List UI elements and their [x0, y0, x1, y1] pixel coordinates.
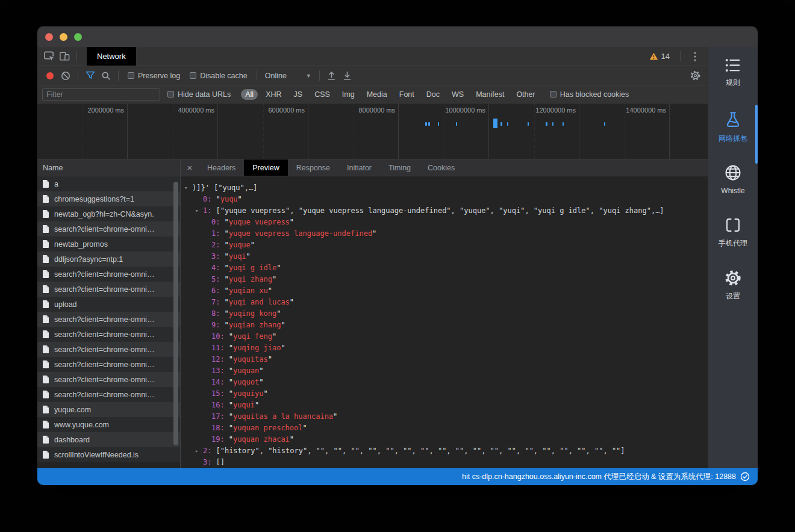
preview-line[interactable]: ▾1:["yuque vuepress", "yuque vuepress la…: [181, 205, 708, 217]
request-row[interactable]: search?client=chrome-omni…: [37, 267, 180, 282]
detail-tab[interactable]: Initiator: [338, 159, 380, 176]
preview-line[interactable]: 0:"yuqu": [181, 194, 708, 205]
preview-line[interactable]: 1:"yuque vuepress language-undefined": [181, 228, 708, 240]
preserve-log-checkbox[interactable]: [128, 72, 134, 79]
resource-filter-chip[interactable]: JS: [290, 89, 307, 100]
preview-json-tree[interactable]: ▾)]}' ["yuqu",…] 0:"yuqu" ▾1:["yuque vue…: [181, 176, 708, 468]
filter-input[interactable]: [42, 88, 160, 101]
preview-line[interactable]: 8:"yuqing kong": [181, 308, 708, 320]
request-row[interactable]: search?client=chrome-omni…: [37, 357, 180, 372]
preview-line[interactable]: 4:"yuqi g idle": [181, 262, 708, 274]
detail-tab[interactable]: Response: [288, 159, 338, 176]
more-options-button[interactable]: [687, 49, 703, 64]
preview-line[interactable]: 0:"yuque vuepress": [181, 217, 708, 228]
resource-filter-chip[interactable]: Font: [395, 89, 419, 100]
request-row[interactable]: search?client=chrome-omni…: [37, 327, 180, 342]
request-row[interactable]: newtab_promos: [37, 237, 180, 252]
preview-line[interactable]: 14:"yuquot": [181, 377, 708, 388]
request-row[interactable]: chromesuggestions?t=1: [37, 191, 180, 206]
sidebar-item-settings[interactable]: 设置: [708, 270, 758, 314]
close-window-button[interactable]: [45, 33, 53, 41]
preview-line[interactable]: 17:"yuquitas a la huancaina": [181, 411, 708, 422]
record-network-log-button[interactable]: [42, 69, 58, 83]
export-har-button[interactable]: [340, 69, 355, 83]
request-row[interactable]: search?client=chrome-omni…: [37, 342, 180, 357]
expand-arrow-icon[interactable]: ▾: [184, 182, 192, 194]
request-row[interactable]: newtab_ogb?hl=zh-CN&asyn.: [37, 206, 180, 221]
preview-line[interactable]: 3:"yuqi": [181, 251, 708, 262]
preview-line[interactable]: 15:"yuquiyu": [181, 388, 708, 400]
zoom-window-button[interactable]: [74, 33, 82, 41]
request-row[interactable]: a: [37, 176, 180, 191]
network-settings-button[interactable]: [687, 69, 703, 83]
request-row[interactable]: scrollIntoViewIfNeeded.is: [37, 447, 180, 462]
network-overview-timeline[interactable]: 2000000 ms 4000000 ms 6000000 ms 8000000…: [37, 104, 708, 159]
has-blocked-cookies-checkbox[interactable]: [550, 91, 556, 97]
sidebar-item-phone-proxy[interactable]: 手机代理: [708, 217, 758, 261]
preview-line[interactable]: 18:"yuquan preschool": [181, 422, 708, 434]
clear-network-log-button[interactable]: [58, 69, 73, 83]
sidebar-item-whistle[interactable]: Whistle: [708, 164, 758, 208]
resource-filter-chip[interactable]: All: [241, 89, 258, 100]
has-blocked-cookies-checkbox-group[interactable]: Has blocked cookies: [550, 90, 629, 99]
preview-line[interactable]: 13:"yuquan": [181, 365, 708, 377]
preserve-log-checkbox-group[interactable]: Preserve log: [128, 72, 180, 80]
request-row[interactable]: yuque.com: [37, 402, 180, 417]
preview-line[interactable]: 3:[]: [181, 457, 708, 468]
close-detail-button[interactable]: ×: [181, 159, 199, 176]
expand-arrow-icon[interactable]: ▾: [195, 205, 203, 217]
detail-tab[interactable]: Cookies: [419, 159, 463, 176]
disable-cache-checkbox[interactable]: [190, 72, 196, 79]
request-row[interactable]: search?client=chrome-omni…: [37, 282, 180, 297]
request-row[interactable]: www.yuque.com: [37, 417, 180, 432]
preview-line[interactable]: 7:"yuqi and lucas": [181, 297, 708, 308]
request-row[interactable]: search?client=chrome-omni…: [37, 221, 180, 237]
preview-line[interactable]: 12:"yuquitas": [181, 354, 708, 365]
resource-filter-chip[interactable]: WS: [447, 89, 468, 100]
request-row[interactable]: ddljson?async=ntp:1: [37, 252, 180, 267]
request-row[interactable]: search?client=chrome-omni…: [37, 312, 180, 327]
disable-cache-checkbox-group[interactable]: Disable cache: [190, 72, 248, 80]
minimize-window-button[interactable]: [60, 33, 67, 41]
preview-line[interactable]: 9:"yuqian zhang": [181, 320, 708, 331]
resource-filter-chip[interactable]: Manifest: [472, 89, 508, 100]
preview-line[interactable]: 19:"yuquan zhacai": [181, 434, 708, 445]
issues-warning-badge[interactable]: 14: [646, 52, 673, 61]
preview-line[interactable]: 6:"yuqian xu": [181, 285, 708, 297]
resource-filter-chip[interactable]: CSS: [310, 89, 334, 100]
preview-line[interactable]: ▾)]}' ["yuqu",…]: [181, 182, 708, 194]
throttling-select[interactable]: Online ▼: [265, 72, 311, 80]
sidebar-item-network-capture[interactable]: 网络抓包: [708, 111, 758, 155]
detail-tab[interactable]: Timing: [380, 159, 419, 176]
resource-filter-chip[interactable]: Other: [512, 89, 539, 100]
hide-data-urls-checkbox-group[interactable]: Hide data URLs: [167, 90, 231, 99]
expand-arrow-icon[interactable]: ▸: [195, 445, 203, 457]
resource-filter-chip[interactable]: XHR: [261, 89, 285, 100]
preview-line[interactable]: 5:"yuqi zhang": [181, 274, 708, 285]
request-list-scrollbar[interactable]: [173, 182, 178, 445]
search-button[interactable]: [98, 69, 114, 83]
resource-filter-chip[interactable]: Doc: [422, 89, 444, 100]
resource-filter-chip[interactable]: Media: [363, 89, 391, 100]
sidebar-item-rules[interactable]: 规则: [708, 58, 758, 102]
request-row[interactable]: search?client=chrome-omni…: [37, 372, 180, 387]
request-row[interactable]: search?client=chrome-omni…: [37, 387, 180, 402]
detail-tab[interactable]: Preview: [244, 159, 287, 176]
check-circle-icon[interactable]: [740, 472, 750, 481]
preview-line[interactable]: 11:"yuqing jiao": [181, 342, 708, 354]
preview-line[interactable]: ▸2:["history", "history", "", "", "", ""…: [181, 445, 708, 457]
filter-toggle-button[interactable]: [83, 69, 98, 83]
device-toolbar-button[interactable]: [57, 49, 72, 64]
preview-line[interactable]: 2:"yuque": [181, 240, 708, 251]
request-row[interactable]: dashboard: [37, 432, 180, 447]
request-row[interactable]: upload: [37, 297, 180, 312]
detail-tab[interactable]: Headers: [199, 159, 244, 176]
hide-data-urls-checkbox[interactable]: [167, 91, 174, 97]
import-har-button[interactable]: [324, 69, 340, 83]
preview-line[interactable]: 10:"yuqi feng": [181, 331, 708, 342]
inspect-element-button[interactable]: [41, 49, 57, 64]
preview-line[interactable]: 16:"yuqui": [181, 400, 708, 411]
request-list-header[interactable]: Name: [37, 159, 180, 176]
tab-network[interactable]: Network: [87, 47, 136, 66]
resource-filter-chip[interactable]: Img: [338, 89, 359, 100]
